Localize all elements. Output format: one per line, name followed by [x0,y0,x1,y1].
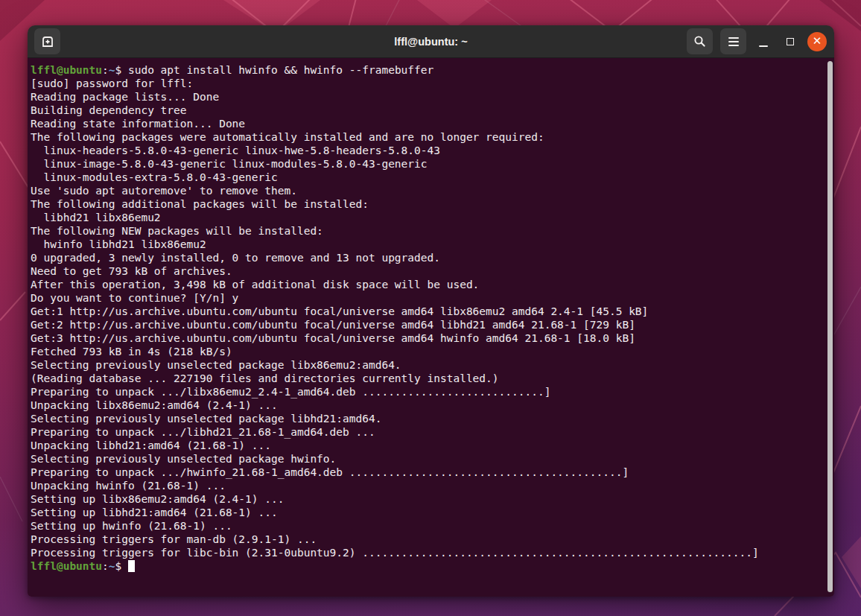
new-tab-icon [41,35,54,48]
terminal-line: linux-image-5.8.0-43-generic linux-modul… [31,157,824,171]
terminal-line: Do you want to continue? [Y/n] y [31,291,824,305]
terminal-line: Processing triggers for libc-bin (2.31-0… [31,546,824,559]
terminal-line: Setting up libx86emu2:amd64 (2.4-1) ... [31,492,824,506]
minimize-icon [759,45,768,47]
terminal-line: Selecting previously unselected package … [31,412,824,425]
terminal-line: Selecting previously unselected package … [31,358,824,372]
terminal-line: libhd21 libx86emu2 [31,211,824,224]
terminal-line: Setting up libhd21:amd64 (21.68-1) ... [31,506,824,519]
scrollbar-thumb[interactable] [827,61,833,592]
terminal-line: [sudo] password for lffl: [31,77,824,90]
terminal-line: Need to get 793 kB of archives. [31,264,824,278]
terminal-line: Preparing to unpack .../hwinfo_21.68-1_a… [31,466,824,479]
hamburger-menu-icon [728,36,740,47]
close-button[interactable]: ✕ [807,32,827,51]
terminal-line: Building dependency tree [31,104,824,117]
terminal-line: The following NEW packages will be insta… [31,224,824,238]
headerbar-controls: ✕ [687,28,827,54]
new-tab-button[interactable] [34,28,60,54]
terminal-line: Unpacking libhd21:amd64 (21.68-1) ... [31,439,824,452]
terminal-window: lffl@ubuntu: ~ [28,25,834,597]
terminal-line: Processing triggers for man-db (2.9.1-1)… [31,533,824,546]
terminal-line: Get:1 http://us.archive.ubuntu.com/ubunt… [31,305,824,318]
terminal-line: Preparing to unpack .../libx86emu2_2.4-1… [31,385,824,399]
terminal-line: 0 upgraded, 3 newly installed, 0 to remo… [31,251,824,264]
menu-button[interactable] [720,28,746,54]
terminal-line: The following additional packages will b… [31,197,824,211]
search-icon [693,35,706,48]
terminal-line: Get:3 http://us.archive.ubuntu.com/ubunt… [31,331,824,345]
minimize-button[interactable] [754,28,773,54]
terminal-line: Selecting previously unselected package … [31,452,824,466]
terminal-line: Unpacking hwinfo (21.68-1) ... [31,479,824,492]
terminal-cursor [128,560,135,572]
close-icon: ✕ [813,36,822,47]
terminal-line: Reading state information... Done [31,117,824,130]
terminal-line: Fetched 793 kB in 4s (218 kB/s) [31,345,824,358]
terminal-line: Unpacking libx86emu2:amd64 (2.4-1) ... [31,399,824,412]
search-button[interactable] [687,28,713,54]
terminal-body[interactable]: lffl@ubuntu:~$ sudo apt install hwinfo &… [28,58,834,597]
terminal-line: After this operation, 3,498 kB of additi… [31,278,824,291]
terminal-line: Use 'sudo apt autoremove' to remove them… [31,184,824,197]
terminal-line: Setting up hwinfo (21.68-1) ... [31,519,824,533]
terminal-line: (Reading database ... 227190 files and d… [31,372,824,385]
terminal-line: Preparing to unpack .../libhd21_21.68-1_… [31,425,824,439]
maximize-button[interactable] [781,28,800,54]
terminal-line: lffl@ubuntu:~$ [31,559,824,573]
maximize-icon [787,38,794,45]
terminal-output: lffl@ubuntu:~$ sudo apt install hwinfo &… [31,63,824,573]
terminal-line: lffl@ubuntu:~$ sudo apt install hwinfo &… [31,63,824,77]
terminal-line: Reading package lists... Done [31,90,824,104]
terminal-line: Get:2 http://us.archive.ubuntu.com/ubunt… [31,318,824,331]
terminal-line: The following packages were automaticall… [31,130,824,144]
terminal-line: linux-modules-extra-5.8.0-43-generic [31,171,824,184]
terminal-line: linux-headers-5.8.0-43-generic linux-hwe… [31,144,824,157]
terminal-headerbar: lffl@ubuntu: ~ [28,25,834,58]
terminal-line: hwinfo libhd21 libx86emu2 [31,238,824,251]
